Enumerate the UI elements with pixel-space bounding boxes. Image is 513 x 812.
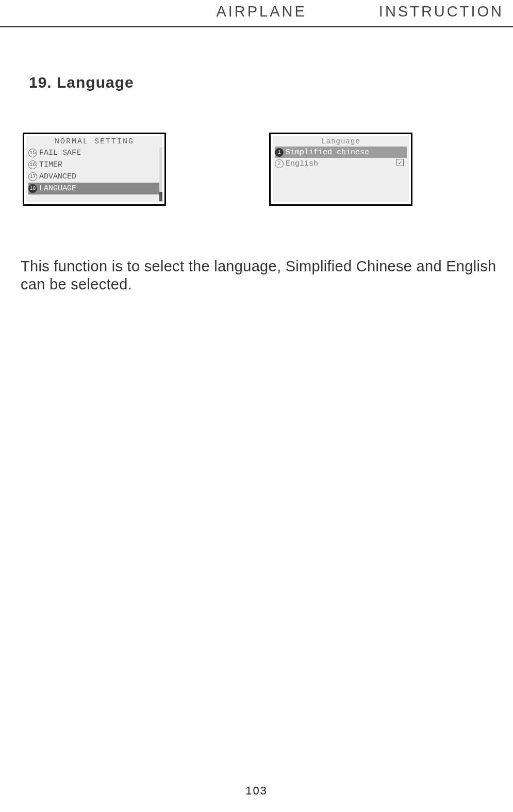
menu-num-icon: 17 — [28, 172, 37, 181]
scrollbar-thumb — [159, 192, 162, 201]
menu-num-icon: 18 — [28, 184, 37, 193]
menu-item-fail-safe: 15 FAIL SAFE — [28, 147, 160, 159]
menu-num-icon: 15 — [28, 149, 37, 157]
header-left: AIRPLANE — [216, 3, 306, 20]
lang-label: English — [286, 159, 318, 168]
menu-label: FAIL SAFE — [39, 149, 81, 157]
left-screen-title: NORMAL SETTING — [26, 136, 162, 147]
lang-item-english: 2 English ✓ — [275, 158, 407, 169]
menu-item-advanced: 17 ADVANCED — [28, 171, 160, 183]
menu-item-language: 18 LANGUAGE — [28, 183, 160, 194]
section-title: 19. Language — [0, 27, 513, 91]
menu-label: LANGUAGE — [39, 184, 76, 193]
menu-label: ADVANCED — [39, 172, 76, 181]
page-number: 103 — [0, 784, 513, 798]
page-header: AIRPLANE INSTRUCTION — [0, 0, 513, 27]
menu-item-timer: 16 TIMER — [28, 159, 160, 171]
screenshots-row: NORMAL SETTING 15 FAIL SAFE 16 TIMER 17 … — [0, 91, 513, 206]
lang-num-icon: 2 — [275, 159, 284, 168]
menu-label: TIMER — [39, 160, 62, 169]
check-icon: ✓ — [396, 159, 404, 166]
language-list: 1 Simplified chinese 2 English ✓ — [273, 147, 409, 169]
left-screen: NORMAL SETTING 15 FAIL SAFE 16 TIMER 17 … — [23, 133, 166, 206]
header-right: INSTRUCTION — [379, 3, 504, 20]
lang-num-icon: 1 — [275, 148, 284, 157]
settings-menu: 15 FAIL SAFE 16 TIMER 17 ADVANCED 18 LAN… — [26, 147, 162, 194]
lang-label: Simplified chinese — [286, 148, 369, 157]
scrollbar — [159, 148, 162, 202]
right-screen: Language 1 Simplified chinese 2 English … — [269, 133, 412, 206]
lang-item-simplified-chinese: 1 Simplified chinese — [275, 147, 407, 158]
right-screen-title: Language — [273, 136, 409, 147]
menu-num-icon: 16 — [28, 160, 37, 169]
body-text: This function is to select the language,… — [0, 206, 513, 294]
